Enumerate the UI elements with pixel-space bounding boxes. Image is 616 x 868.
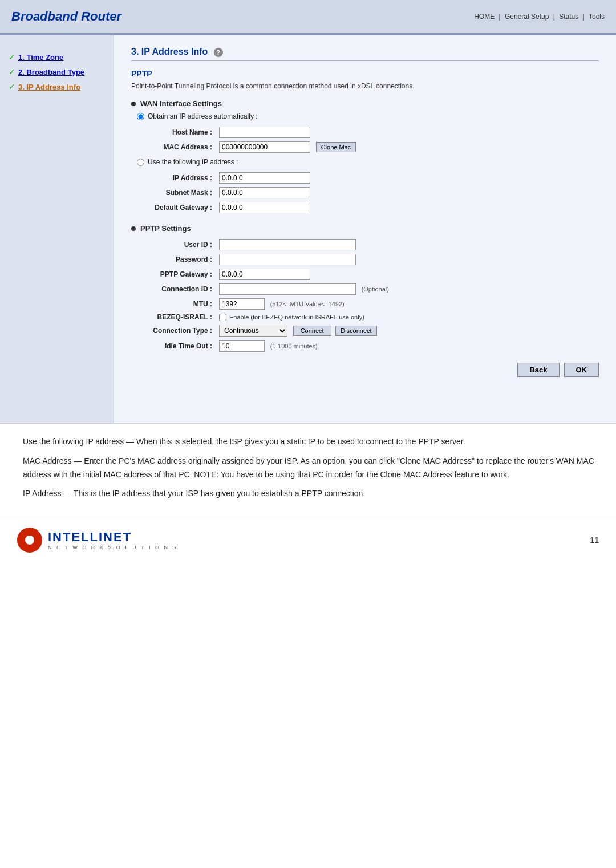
nav-tools[interactable]: Tools <box>589 13 605 21</box>
subnet-mask-row: Subnet Mask : <box>131 185 599 200</box>
bullet-dot-wan <box>131 102 136 106</box>
bullet-dot-pptp <box>131 226 136 231</box>
intellinet-logo: INTELLINET N E T W O R K S O L U T I O N… <box>17 528 178 553</box>
default-gateway-row: Default Gateway : <box>131 200 599 215</box>
default-gateway-label: Default Gateway : <box>131 200 217 215</box>
sidebar-label-1: 1. Time Zone <box>18 53 63 62</box>
page-number: 11 <box>590 536 599 545</box>
mac-address-input-cell: 000000000000 Clone Mac <box>217 140 599 155</box>
pptp-form-table: User ID : Password : PPTP Gateway : <box>131 237 599 354</box>
pptp-description: Point-to-Point Tunneling Protocol is a c… <box>131 81 599 91</box>
host-name-input[interactable] <box>219 127 310 138</box>
bezeq-checkbox-label: Enable (for BEZEQ network in ISRAEL use … <box>229 314 364 321</box>
connection-type-select[interactable]: Continuous Connect on Demand Manual <box>219 325 287 337</box>
default-gateway-input-cell <box>217 200 599 215</box>
use-following-label: Use the following IP address : <box>148 158 238 166</box>
sidebar-item-ip-address-info[interactable]: ✓ 3. IP Address Info <box>9 82 105 91</box>
pptp-settings-label: PPTP Settings <box>131 224 599 233</box>
bottom-buttons: Back OK <box>131 363 599 377</box>
clone-mac-button[interactable]: Clone Mac <box>316 142 356 152</box>
description-area: Use the following IP address — When this… <box>0 423 616 518</box>
page-footer: INTELLINET N E T W O R K S O L U T I O N… <box>0 518 616 562</box>
idle-timeout-input-cell: (1-1000 minutes) <box>217 339 599 354</box>
sidebar: ✓ 1. Time Zone ✓ 2. Broadband Type ✓ 3. … <box>0 35 114 423</box>
mtu-input[interactable] <box>219 298 265 310</box>
section-title: 3. IP Address Info ? <box>131 47 599 61</box>
back-button[interactable]: Back <box>517 363 559 377</box>
checkmark-icon-2: ✓ <box>9 67 15 76</box>
pptp-gateway-label: PPTP Gateway : <box>131 267 217 282</box>
sidebar-item-time-zone[interactable]: ✓ 1. Time Zone <box>9 52 105 62</box>
sidebar-label-2: 2. Broadband Type <box>18 68 84 76</box>
ok-button[interactable]: OK <box>564 363 599 377</box>
logo-circle <box>17 528 42 553</box>
logo-brand: INTELLINET <box>48 530 178 545</box>
subnet-mask-input-cell <box>217 185 599 200</box>
password-label: Password : <box>131 252 217 267</box>
nav-general-setup[interactable]: General Setup <box>505 13 549 21</box>
header-title: Broadband Router <box>11 9 121 24</box>
bezeq-checkbox[interactable] <box>219 314 226 321</box>
user-id-input[interactable] <box>219 239 356 250</box>
use-following-radio[interactable] <box>137 159 144 166</box>
mtu-label: MTU : <box>131 297 217 311</box>
nav-home[interactable]: HOME <box>474 13 495 21</box>
ip-address-input[interactable] <box>219 172 310 184</box>
sidebar-item-broadband-type[interactable]: ✓ 2. Broadband Type <box>9 67 105 76</box>
mac-address-input[interactable]: 000000000000 <box>219 141 310 153</box>
ip-address-input-cell <box>217 171 599 185</box>
nav-status[interactable]: Status <box>559 13 578 21</box>
sidebar-label-3: 3. IP Address Info <box>18 83 80 91</box>
desc-para-3: IP Address — This is the IP address that… <box>23 487 599 501</box>
pptp-settings-section: PPTP Settings User ID : Password : PPTP <box>131 224 599 354</box>
ip-address-row: IP Address : <box>131 171 599 185</box>
page-header: Broadband Router HOME | General Setup | … <box>0 0 616 34</box>
logo-circle-inner <box>25 536 34 545</box>
nav-sep2: | <box>553 13 557 21</box>
main-layout: ✓ 1. Time Zone ✓ 2. Broadband Type ✓ 3. … <box>0 35 616 423</box>
connection-id-input[interactable] <box>219 283 356 295</box>
pptp-heading: PPTP <box>131 69 599 78</box>
connection-type-input-cell: Continuous Connect on Demand Manual Conn… <box>217 323 599 339</box>
host-name-row: Host Name : <box>131 125 599 140</box>
mac-address-label: MAC Address : <box>131 140 217 155</box>
obtain-auto-radio[interactable] <box>137 113 144 120</box>
obtain-auto-row: Obtain an IP address automatically : <box>137 112 599 120</box>
password-input[interactable] <box>219 254 356 265</box>
subnet-mask-input[interactable] <box>219 187 310 198</box>
info-icon[interactable]: ? <box>214 48 223 57</box>
pptp-gateway-input-cell <box>217 267 599 282</box>
mtu-row: MTU : (512<=MTU Value<=1492) <box>131 297 599 311</box>
wan-interface-title: WAN Interface Settings <box>140 99 222 108</box>
connection-type-label: Connection Type : <box>131 323 217 339</box>
section-title-text: 3. IP Address Info <box>131 47 208 56</box>
idle-timeout-input[interactable] <box>219 340 265 352</box>
mtu-input-cell: (512<=MTU Value<=1492) <box>217 297 599 311</box>
obtain-auto-label: Obtain an IP address automatically : <box>148 112 258 120</box>
connection-id-row: Connection ID : (Optional) <box>131 282 599 297</box>
connection-id-input-cell: (Optional) <box>217 282 599 297</box>
user-id-label: User ID : <box>131 237 217 252</box>
nav-sep1: | <box>499 13 502 21</box>
header-nav: HOME | General Setup | Status | Tools <box>474 13 605 21</box>
user-id-input-cell <box>217 237 599 252</box>
use-following-row: Use the following IP address : <box>137 158 599 166</box>
logo-sub: N E T W O R K S O L U T I O N S <box>48 545 178 550</box>
pptp-gateway-input[interactable] <box>219 269 310 280</box>
checkmark-icon-3: ✓ <box>9 82 15 91</box>
wan-interface-section: WAN Interface Settings Obtain an IP addr… <box>131 99 599 215</box>
password-row: Password : <box>131 252 599 267</box>
user-id-row: User ID : <box>131 237 599 252</box>
bezeq-checkbox-row: Enable (for BEZEQ network in ISRAEL use … <box>219 314 597 321</box>
connection-id-optional: (Optional) <box>362 286 389 293</box>
connection-type-row: Connection Type : Continuous Connect on … <box>131 323 599 339</box>
logo-text-area: INTELLINET N E T W O R K S O L U T I O N… <box>48 530 178 550</box>
disconnect-button[interactable]: Disconnect <box>335 326 376 336</box>
connect-button[interactable]: Connect <box>293 326 331 336</box>
idle-timeout-label: Idle Time Out : <box>131 339 217 354</box>
host-name-input-cell <box>217 125 599 140</box>
bezeq-input-cell: Enable (for BEZEQ network in ISRAEL use … <box>217 311 599 323</box>
default-gateway-input[interactable] <box>219 202 310 213</box>
wan-interface-label: WAN Interface Settings <box>131 99 599 108</box>
idle-timeout-hint: (1-1000 minutes) <box>270 343 318 350</box>
